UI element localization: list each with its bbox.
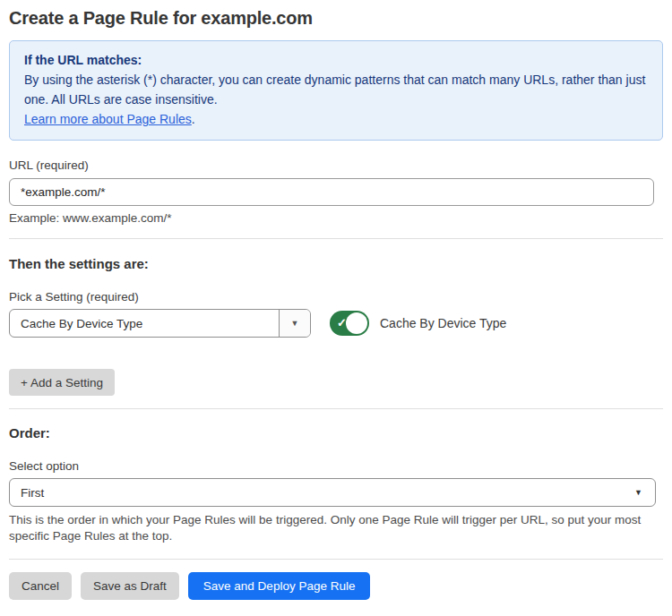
caret-down-icon[interactable]: ▼ xyxy=(279,310,310,337)
divider xyxy=(9,408,663,409)
page-rule-form: Create a Page Rule for example.com If th… xyxy=(0,0,672,600)
save-draft-button[interactable]: Save as Draft xyxy=(81,572,179,600)
toggle-label: Cache By Device Type xyxy=(380,316,506,330)
order-select-label: Select option xyxy=(9,459,663,474)
info-box-link-line: Learn more about Page Rules. xyxy=(24,109,648,129)
info-box-body: By using the asterisk (*) character, you… xyxy=(24,70,648,109)
setting-toggle-group: ✓ Cache By Device Type xyxy=(330,311,506,336)
toggle-knob xyxy=(346,312,367,334)
pick-setting-label: Pick a Setting (required) xyxy=(9,290,663,304)
save-deploy-button[interactable]: Save and Deploy Page Rule xyxy=(188,572,371,600)
order-select-value: First xyxy=(10,486,634,500)
divider xyxy=(9,238,663,239)
caret-down-icon: ▼ xyxy=(634,488,655,497)
footer-button-bar: Cancel Save as Draft Save and Deploy Pag… xyxy=(9,572,663,600)
divider xyxy=(9,559,663,560)
setting-row: Cache By Device Type ▼ ✓ Cache By Device… xyxy=(9,309,663,338)
link-period: . xyxy=(192,112,195,126)
cancel-button[interactable]: Cancel xyxy=(9,572,72,600)
learn-more-link[interactable]: Learn more about Page Rules xyxy=(24,112,192,126)
setting-select[interactable]: Cache By Device Type ▼ xyxy=(9,309,311,338)
order-help-text: This is the order in which your Page Rul… xyxy=(9,512,649,544)
order-select[interactable]: First ▼ xyxy=(9,478,656,507)
order-section-heading: Order: xyxy=(9,424,663,441)
setting-select-value: Cache By Device Type xyxy=(10,310,279,337)
cache-device-toggle[interactable]: ✓ xyxy=(330,311,369,336)
settings-section-heading: Then the settings are: xyxy=(9,255,663,272)
url-field-label: URL (required) xyxy=(9,158,663,173)
url-example-help: Example: www.example.com/* xyxy=(9,211,663,226)
url-input[interactable] xyxy=(9,178,654,206)
page-title: Create a Page Rule for example.com xyxy=(9,0,663,29)
add-setting-button[interactable]: + Add a Setting xyxy=(9,369,115,396)
info-box-heading: If the URL matches: xyxy=(24,50,648,70)
url-match-info-box: If the URL matches: By using the asteris… xyxy=(9,40,663,141)
